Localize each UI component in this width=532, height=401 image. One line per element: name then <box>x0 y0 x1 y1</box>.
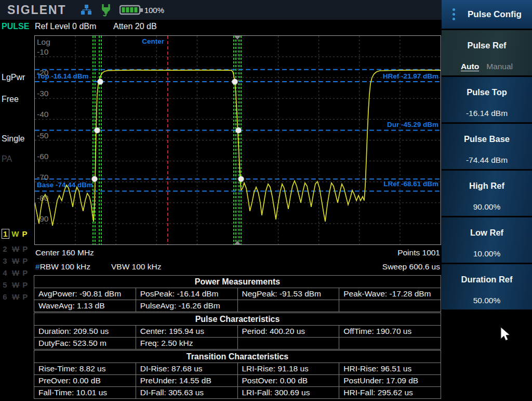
lan-network-icon <box>80 4 92 16</box>
trace-plot[interactable]: CenterTop -16.14 dBmHRef -21.97 dBmDur -… <box>35 36 441 244</box>
softkey-option-manual[interactable]: Manual <box>486 62 513 71</box>
atten-readout[interactable]: Atten 20 dB <box>113 22 157 31</box>
power-plug-icon <box>100 3 112 17</box>
softkey-label: Pulse Top <box>442 87 532 97</box>
trace-indicator-4[interactable]: 4WP <box>2 268 28 277</box>
softkey-option-auto[interactable]: Auto <box>461 62 479 71</box>
softkey-label: Duration Ref <box>442 275 532 284</box>
softkey-value: -16.14 dBm <box>442 109 532 118</box>
table-cell: LRI-Fall: 300.69 us <box>237 387 339 399</box>
crossing-marker <box>238 176 244 182</box>
trace-detector-flag: P <box>22 256 28 265</box>
y-tick-label: -40 <box>37 110 49 119</box>
table-cell: OffTime: 190.70 us <box>339 326 441 338</box>
center-freq-readout[interactable]: Center 160 MHz <box>35 248 94 257</box>
crossing-marker <box>236 127 242 133</box>
softkey-duration-ref[interactable]: Duration Ref50.00% <box>442 264 532 309</box>
gate-arrow-bottom-icon <box>234 241 241 244</box>
ref-line-label-lref: LRef -68.61 dBm <box>383 180 438 188</box>
mode-label-free: Free <box>2 95 19 104</box>
softkey-label: Pulse Base <box>442 134 532 144</box>
table-row: Fall-Time: 10.01 usDI-Fall: 305.63 usLRI… <box>34 387 441 399</box>
softkey-value: 10.00% <box>442 249 532 258</box>
trace-write-flag: W <box>12 256 20 265</box>
table-cell <box>339 300 441 312</box>
softkey-pulse-ref[interactable]: Pulse RefAutoManual <box>442 30 532 75</box>
center-marker-label: Center <box>142 37 165 45</box>
rbw-readout[interactable]: #RBW 100 kHz <box>35 262 90 271</box>
ref-line-label-base: Base -74.44 dBm <box>37 181 93 189</box>
sweep-time-readout: Sweep 600.6 us <box>382 262 440 271</box>
trace-display-area[interactable]: CenterTop -16.14 dBmHRef -21.97 dBmDur -… <box>34 35 441 245</box>
softkey-value: 90.00% <box>442 202 532 212</box>
trace-indicator-2[interactable]: 2WP <box>2 244 28 253</box>
table-cell: PreUnder: 14.55 dB <box>136 375 237 387</box>
vbw-readout[interactable]: VBW 100 kHz <box>111 262 161 271</box>
trace-detector-flag: P <box>22 244 28 253</box>
crossing-marker <box>92 176 98 182</box>
trace-detector-flag: P <box>22 268 28 277</box>
trace-write-flag: W <box>11 229 19 238</box>
amp-scale-label: Log <box>37 37 50 46</box>
table-row: Rise-Time: 8.82 usDI-Rise: 87.68 usLRI-R… <box>34 363 441 375</box>
y-tick-label: -60 <box>37 152 49 161</box>
table-cell: LRI-Rise: 91.18 us <box>237 363 339 375</box>
trace-write-flag: W <box>12 292 20 301</box>
table-cell: Rise-Time: 8.82 us <box>34 363 136 375</box>
table-cell: DI-Rise: 87.68 us <box>136 363 237 375</box>
spectrum-analyzer-screen: SIGLENT 100% <box>0 0 532 401</box>
trace-indicator-5[interactable]: 5WP <box>2 280 28 289</box>
battery-icon <box>119 5 143 15</box>
table-title: Pulse Characteristics <box>34 313 441 326</box>
table-row: WaveAvg: 1.13 dBPulseAvg: -16.26 dBm <box>34 300 441 312</box>
ref-line-label-dur: Dur -45.29 dBm <box>387 121 438 128</box>
y-tick-label: -50 <box>37 131 49 140</box>
measurement-mode-label: PULSE <box>2 22 29 31</box>
table-cell: PostUnder: 17.09 dB <box>339 375 441 387</box>
trace-write-flag: W <box>12 268 20 277</box>
table-cell: DI-Fall: 305.63 us <box>136 387 237 399</box>
table-title: Transition Characteristics <box>34 351 441 363</box>
siglent-logo: SIGLENT <box>7 3 66 17</box>
trace-write-flag: W <box>12 244 20 253</box>
table-cell: PulseAvg: -16.26 dBm <box>136 300 237 312</box>
y-tick-label: -30 <box>37 89 49 98</box>
softkey-pulse-top[interactable]: Pulse Top-16.14 dBm <box>442 77 532 122</box>
ref-line-label-href: HRef -21.97 dBm <box>383 72 438 80</box>
crossing-marker <box>232 79 238 85</box>
table-cell: Center: 195.94 us <box>136 326 237 338</box>
softkey-high-ref[interactable]: High Ref90.00% <box>442 171 532 216</box>
trace-number: 5 <box>2 280 9 289</box>
softkey-low-ref[interactable]: Low Ref10.00% <box>442 217 532 263</box>
table-row: Duration: 209.50 usCenter: 195.94 usPeri… <box>34 326 441 338</box>
sweep-annotation-row1: Center 160 MHz Points 1001 <box>34 248 441 260</box>
softkey-pulse-base[interactable]: Pulse Base-74.44 dBm <box>442 124 532 169</box>
trace-detector-flag: P <box>22 280 28 289</box>
battery-percentage: 100% <box>144 6 164 15</box>
mode-label-lgpwr: LgPwr <box>2 73 25 82</box>
kebab-menu-icon <box>447 8 460 20</box>
trace-indicator-6[interactable]: 6WP <box>2 292 28 301</box>
table-cell: Fall-Time: 10.01 us <box>34 387 136 399</box>
table-cell: Period: 400.20 us <box>237 326 339 338</box>
trace-indicator-1[interactable]: 1WP <box>2 229 28 239</box>
trace-write-flag: W <box>12 280 20 289</box>
trace-detector-flag: P <box>22 292 28 301</box>
mode-label-pa: PA <box>2 154 12 164</box>
trace-number: 4 <box>2 268 9 277</box>
mode-label-single: Single <box>2 134 24 144</box>
softkey-label: Low Ref <box>442 228 532 238</box>
ref-level-readout[interactable]: Ref Level 0 dBm <box>35 22 96 31</box>
trace-number: 6 <box>2 292 9 301</box>
trace-indicator-3[interactable]: 3WP <box>2 256 28 265</box>
table-cell <box>339 338 441 350</box>
table-cell <box>237 300 339 312</box>
y-tick-label: -70 <box>37 173 49 182</box>
measurement-header-row: PULSE Ref Level 0 dBm Atten 20 dB <box>0 22 442 34</box>
crossing-marker <box>98 79 103 85</box>
menu-header-pulse-config[interactable]: Pulse Config <box>442 0 532 29</box>
gate-arrow-top-icon <box>234 36 241 40</box>
softkey-menu: Pulse Config Pulse RefAutoManualPulse To… <box>442 0 532 401</box>
y-tick-label: -10 <box>37 47 49 56</box>
table-cell: DutyFac: 523.50 m <box>34 338 136 350</box>
